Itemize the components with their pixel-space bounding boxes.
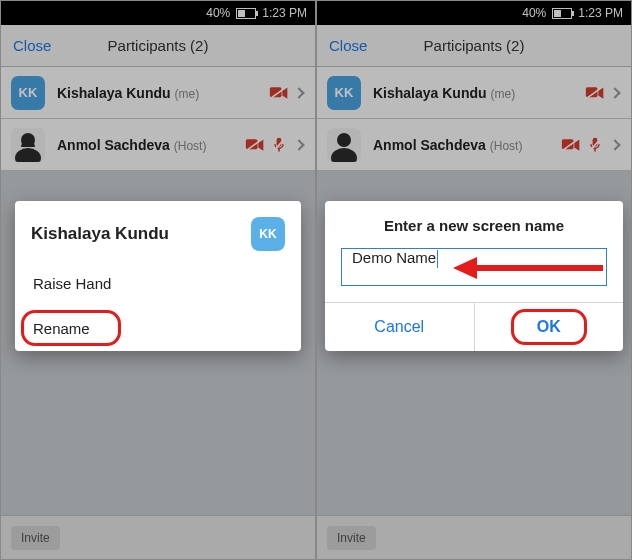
phone-right: 40% 1:23 PM Close Participants (2) KK Ki…: [316, 0, 632, 560]
rename-dialog: Enter a new screen name Demo Name Cancel…: [325, 201, 623, 351]
action-rename[interactable]: Rename: [15, 306, 301, 351]
dialog-title: Enter a new screen name: [325, 217, 623, 248]
avatar-initials: KK: [251, 217, 285, 251]
dialog-buttons: Cancel OK: [325, 302, 623, 351]
phone-left: 40% 1:23 PM Close Participants (2) KK Ki…: [0, 0, 316, 560]
screen-name-input[interactable]: Demo Name: [341, 248, 607, 286]
text-caret: [437, 250, 438, 268]
cancel-button[interactable]: Cancel: [325, 303, 474, 351]
action-sheet-header: Kishalaya Kundu KK: [15, 201, 301, 261]
ok-button[interactable]: OK: [474, 303, 624, 351]
action-raise-hand[interactable]: Raise Hand: [15, 261, 301, 306]
action-sheet: Kishalaya Kundu KK Raise Hand Rename: [15, 201, 301, 351]
action-sheet-title: Kishalaya Kundu: [31, 224, 251, 244]
